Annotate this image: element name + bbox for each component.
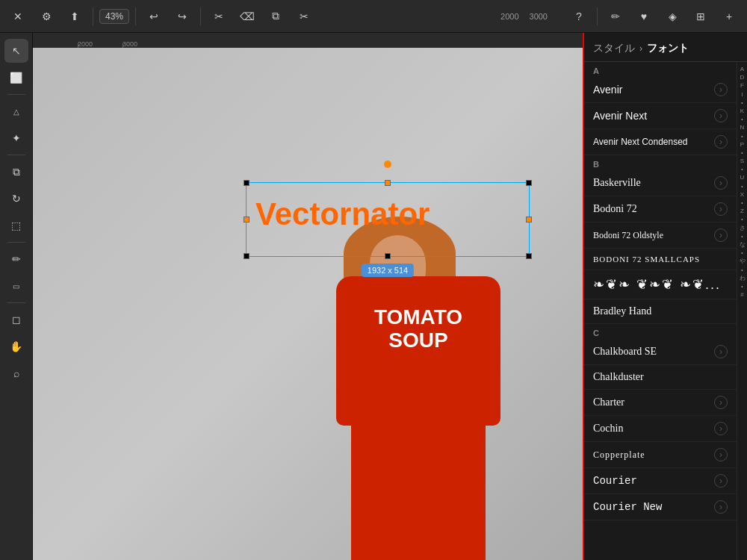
font-item-bodoni72-smallcaps[interactable]: Bodoni 72 Smallcaps bbox=[584, 249, 737, 270]
font-name-bradley-hand: Bradley Hand bbox=[593, 305, 728, 317]
handle-middle-left[interactable] bbox=[244, 217, 249, 223]
canvas-area[interactable]: 2000 3000 TOMATO SOUP bbox=[33, 33, 583, 560]
arrow-avenir-next-condensed: › bbox=[714, 135, 728, 149]
font-item-bodoni72[interactable]: Bodoni 72 › bbox=[584, 196, 737, 223]
font-item-bodoni72-oldstyle[interactable]: Bodoni 72 Oldstyle › bbox=[584, 223, 737, 249]
hand-tool-button[interactable]: ✋ bbox=[4, 335, 28, 358]
alpha-z[interactable]: Z bbox=[737, 207, 747, 215]
font-item-charter[interactable]: Charter › bbox=[584, 390, 737, 416]
handle-bottom-left[interactable] bbox=[244, 253, 249, 259]
alpha-x[interactable]: X bbox=[737, 190, 747, 199]
arrange-button[interactable]: ◈ bbox=[660, 4, 684, 28]
add-button[interactable]: + bbox=[717, 4, 741, 28]
ruler-mark-3000: 3000 bbox=[530, 12, 548, 21]
font-name-avenir-next-condensed: Avenir Next Condensed bbox=[593, 137, 714, 147]
font-list: A Avenir › Avenir Next › Avenir Next Con… bbox=[584, 62, 737, 560]
alpha-n[interactable]: N bbox=[737, 123, 747, 131]
heart-button[interactable]: ♥ bbox=[632, 4, 656, 28]
font-item-avenir-next[interactable]: Avenir Next › bbox=[584, 103, 737, 129]
shirt-line-1: TOMATO bbox=[336, 306, 500, 329]
font-item-baskerville[interactable]: Baskerville › bbox=[584, 170, 737, 196]
delete-button[interactable]: ⌫ bbox=[235, 4, 259, 28]
alpha-dot2: • bbox=[737, 115, 747, 123]
ruler-3000: 3000 bbox=[123, 40, 167, 48]
font-name-bodoni72: Bodoni 72 bbox=[593, 203, 714, 215]
breadcrumb-style[interactable]: スタイル bbox=[593, 42, 635, 55]
left-toolbar: ↖ ⬜ △ ✦ ⧉ ↻ ⬚ ✏ ▭ ◻ ✋ ⌕ bbox=[0, 33, 33, 560]
settings-button[interactable]: ⚙ bbox=[34, 4, 58, 28]
pen-tool-button[interactable]: △ bbox=[4, 99, 28, 123]
alpha-na[interactable]: な bbox=[737, 240, 747, 249]
alpha-ya[interactable]: や bbox=[737, 257, 747, 265]
question-button[interactable]: ? bbox=[567, 4, 591, 28]
transform-tool-button[interactable]: ⬚ bbox=[4, 214, 28, 237]
arrow-baskerville: › bbox=[714, 176, 728, 190]
font-item-courier[interactable]: Courier › bbox=[584, 468, 737, 494]
alpha-d[interactable]: D bbox=[737, 73, 747, 81]
breadcrumb-font: フォント bbox=[647, 42, 689, 55]
handle-top-right[interactable] bbox=[526, 180, 532, 186]
alpha-f[interactable]: F bbox=[737, 81, 747, 90]
font-name-bodoni72-oldstyle: Bodoni 72 Oldstyle bbox=[593, 230, 714, 241]
handle-bottom-right[interactable] bbox=[526, 253, 532, 259]
alpha-hash[interactable]: # bbox=[737, 290, 747, 299]
rotation-handle[interactable] bbox=[384, 161, 391, 168]
alpha-i[interactable]: I bbox=[737, 90, 747, 99]
undo-button[interactable]: ↩ bbox=[142, 4, 166, 28]
handle-middle-right[interactable] bbox=[526, 217, 532, 223]
select-tool-button[interactable]: ↖ bbox=[4, 39, 28, 63]
alpha-dot1: • bbox=[737, 99, 747, 107]
alpha-wa[interactable]: わ bbox=[737, 274, 747, 282]
zoom-tool-button[interactable]: ⌕ bbox=[4, 361, 28, 385]
ruler-2000: 2000 bbox=[78, 40, 123, 48]
section-a: A bbox=[584, 62, 737, 77]
handle-bottom-middle[interactable] bbox=[385, 253, 391, 259]
close-button[interactable]: ✕ bbox=[6, 4, 30, 28]
font-item-avenir[interactable]: Avenir › bbox=[584, 77, 737, 103]
font-name-cochin: Cochin bbox=[593, 423, 714, 435]
eraser-tool-button[interactable]: ◻ bbox=[4, 308, 28, 332]
right-panel: スタイル › フォント A Avenir › Avenir Next › Ave… bbox=[583, 33, 747, 560]
font-item-courier-new[interactable]: Courier New › bbox=[584, 494, 737, 520]
alpha-dot10: • bbox=[737, 249, 747, 257]
handle-top-middle[interactable] bbox=[385, 180, 391, 186]
text-selection-box[interactable]: Vectornator 1932 x 514 bbox=[246, 182, 530, 257]
copy-tool-button[interactable]: ⧉ bbox=[4, 160, 28, 184]
font-item-cochin[interactable]: Cochin › bbox=[584, 416, 737, 442]
font-item-chalkduster[interactable]: Chalkduster bbox=[584, 365, 737, 390]
duplicate-button[interactable]: ⧉ bbox=[264, 4, 288, 28]
rotate-tool-button[interactable]: ↻ bbox=[4, 187, 28, 211]
alpha-sa[interactable]: さ bbox=[737, 224, 747, 232]
font-item-decorative[interactable]: ❧❦❧ ❦❧❦ ❧❦... bbox=[584, 270, 737, 299]
share-button[interactable]: ⬆ bbox=[63, 4, 87, 28]
font-item-bradley-hand[interactable]: Bradley Hand bbox=[584, 299, 737, 324]
shape-select-button[interactable]: ⬜ bbox=[4, 66, 28, 90]
alpha-k[interactable]: K bbox=[737, 107, 747, 115]
draw-mode-button[interactable]: ✏ bbox=[604, 4, 627, 28]
rectangle-tool-button[interactable]: ▭ bbox=[4, 274, 28, 298]
alpha-dot4: • bbox=[737, 149, 747, 157]
handle-top-left[interactable] bbox=[244, 180, 249, 186]
node-tool-button[interactable]: ✦ bbox=[4, 126, 28, 150]
alpha-u[interactable]: U bbox=[737, 173, 747, 181]
layers-button[interactable]: ⊞ bbox=[689, 4, 713, 28]
person-torso: TOMATO SOUP bbox=[336, 276, 500, 426]
arrow-courier-new: › bbox=[714, 500, 728, 514]
font-name-courier: Courier bbox=[593, 475, 714, 487]
font-item-copperplate[interactable]: Copperplate › bbox=[584, 442, 737, 468]
pencil-tool-button[interactable]: ✏ bbox=[4, 247, 28, 271]
zoom-display[interactable]: 43% bbox=[99, 9, 129, 24]
shirt-text: TOMATO SOUP bbox=[336, 306, 500, 352]
cut-button[interactable]: ✂ bbox=[207, 4, 231, 28]
scissors-button[interactable]: ✂ bbox=[292, 4, 316, 28]
vectornator-text[interactable]: Vectornator bbox=[255, 196, 430, 232]
separator-2 bbox=[135, 7, 136, 25]
font-name-avenir-next: Avenir Next bbox=[593, 110, 714, 122]
font-item-chalkboard-se[interactable]: Chalkboard SE › bbox=[584, 339, 737, 365]
font-item-avenir-next-condensed[interactable]: Avenir Next Condensed › bbox=[584, 129, 737, 155]
arrow-cochin: › bbox=[714, 422, 728, 435]
alpha-s[interactable]: S bbox=[737, 157, 747, 165]
redo-button[interactable]: ↪ bbox=[170, 4, 194, 28]
alpha-a[interactable]: A bbox=[737, 65, 747, 73]
alpha-p[interactable]: P bbox=[737, 140, 747, 149]
